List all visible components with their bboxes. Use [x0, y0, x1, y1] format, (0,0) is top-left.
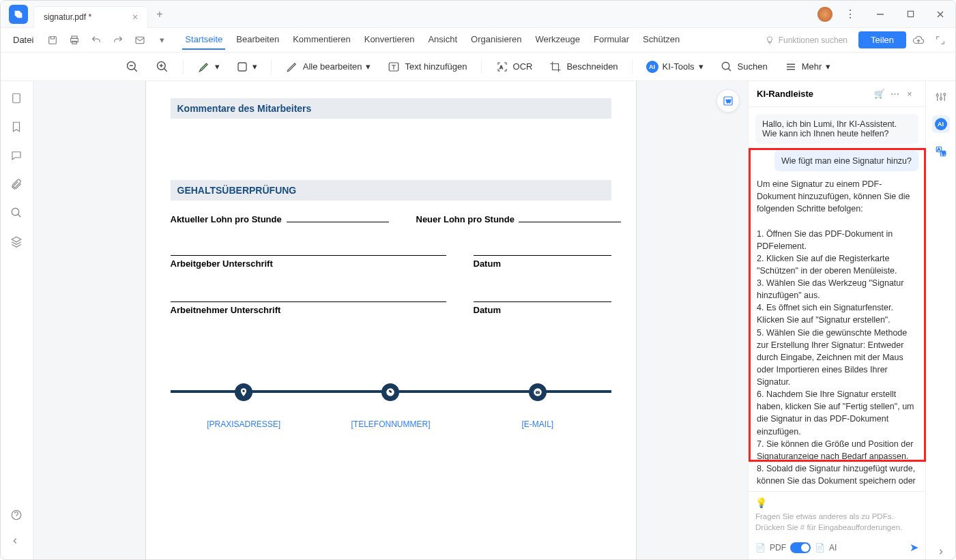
user-message: Wie fügt man eine Signatur hinzu?: [774, 151, 918, 171]
ai-input-placeholder[interactable]: Fragen Sie etwas anderes als zu PDFs. Dr…: [755, 511, 918, 535]
app-logo: [9, 5, 28, 24]
redo-icon[interactable]: [108, 31, 128, 50]
svg-line-10: [134, 68, 136, 71]
minimize-icon[interactable]: [868, 3, 893, 25]
pdf-page: Kommentare des Mitarbeiters GEHALTSÜBERP…: [145, 81, 637, 560]
collapse-right-icon[interactable]: [932, 543, 950, 560]
search-button[interactable]: Suchen: [714, 57, 773, 76]
svg-rect-4: [49, 36, 57, 44]
tab-protect[interactable]: Schützen: [640, 30, 682, 50]
svg-text:字: 字: [941, 151, 945, 156]
main-tabs: Startseite Bearbeiten Kommentieren Konve…: [182, 30, 682, 50]
svg-line-26: [18, 214, 20, 217]
tab-edit[interactable]: Bearbeiten: [233, 30, 282, 50]
footer-address: [PRAXISADRESSE]: [207, 419, 280, 429]
footer-phone: [TELEFONNUMMER]: [351, 419, 430, 429]
ai-doc-icon: 📄: [815, 543, 825, 552]
more-button[interactable]: Mehr ▾: [779, 57, 837, 76]
layers-icon[interactable]: [10, 235, 24, 249]
tab-comment[interactable]: Kommentieren: [290, 30, 353, 50]
ai-input-area: 💡 Fragen Sie etwas anderes als zu PDFs. …: [749, 491, 925, 560]
lightbulb-hint-icon[interactable]: 💡: [755, 497, 767, 508]
menu-file[interactable]: Datei: [6, 32, 40, 48]
crop-icon: [549, 60, 562, 74]
thumbnails-icon[interactable]: [10, 92, 24, 106]
svg-text:A: A: [937, 147, 940, 151]
email-icon[interactable]: [130, 31, 149, 50]
comments-icon[interactable]: [10, 149, 24, 163]
ai-rail-icon[interactable]: AI: [932, 115, 950, 133]
edit-all-button[interactable]: Alle bearbeiten ▾: [280, 57, 377, 76]
save-icon[interactable]: [43, 31, 62, 50]
close-window-icon[interactable]: [928, 3, 953, 25]
svg-rect-7: [72, 41, 77, 44]
highlighter-icon[interactable]: ▾: [192, 57, 225, 76]
help-icon[interactable]: [10, 509, 24, 522]
translate-icon[interactable]: A字: [932, 143, 950, 160]
send-icon[interactable]: ➤: [910, 541, 918, 554]
close-panel-icon[interactable]: ×: [902, 89, 917, 99]
user-avatar[interactable]: [817, 7, 832, 22]
tab-tools[interactable]: Werkzeuge: [533, 30, 583, 50]
menubar: Datei ▾ Startseite Bearbeiten Kommentier…: [1, 28, 955, 53]
settings-sliders-icon[interactable]: [932, 88, 950, 106]
svg-text:A: A: [499, 65, 503, 70]
svg-text:W: W: [726, 98, 732, 104]
cart-icon[interactable]: 🛒: [872, 89, 887, 99]
svg-rect-1: [908, 11, 913, 16]
zoom-out-icon[interactable]: [120, 57, 145, 76]
zoom-in-icon[interactable]: [150, 57, 175, 76]
mail-icon: [529, 383, 547, 401]
tab-convert[interactable]: Konvertieren: [362, 30, 418, 50]
more-icon: [784, 60, 798, 74]
svg-rect-16: [238, 63, 246, 71]
tab-organize[interactable]: Organisieren: [468, 30, 524, 50]
attachments-icon[interactable]: [10, 178, 24, 192]
svg-line-13: [164, 68, 166, 71]
toolbar: ▾ ▾ Alle bearbeiten ▾ Text hinzufügen AO…: [1, 53, 955, 81]
ai-panel-title: KI-Randleiste: [757, 89, 872, 99]
collapse-left-icon[interactable]: [10, 536, 24, 550]
pdf-ai-toggle[interactable]: [790, 542, 811, 553]
ai-badge-icon: AI: [646, 61, 658, 73]
chevron-down-icon[interactable]: ▾: [152, 31, 171, 50]
word-export-icon[interactable]: W: [716, 89, 740, 113]
menu-dots-icon[interactable]: ⋮: [838, 3, 863, 25]
search-placeholder: Funktionen suchen: [779, 35, 848, 45]
location-icon: [235, 383, 252, 401]
tab-home[interactable]: Startseite: [182, 30, 225, 50]
phone-icon: [381, 383, 399, 401]
shape-icon[interactable]: ▾: [231, 58, 263, 76]
tab-form[interactable]: Formular: [591, 30, 632, 50]
tab-close-icon[interactable]: ×: [132, 12, 138, 23]
left-sidebar: [1, 81, 33, 560]
share-button[interactable]: Teilen: [858, 31, 906, 48]
tab-add-icon[interactable]: +: [156, 8, 162, 20]
more-dots-icon[interactable]: ⋯: [887, 89, 902, 99]
document-workspace[interactable]: W Kommentare des Mitarbeiters GEHALTSÜBE…: [33, 81, 748, 560]
label-current-wage: Aktueller Lohn pro Stunde: [171, 214, 282, 224]
label-new-wage: Neuer Lohn pro Stunde: [416, 214, 515, 224]
cloud-upload-icon[interactable]: [909, 34, 928, 46]
text-icon: [387, 60, 401, 74]
ai-tools-button[interactable]: AIKI-Tools ▾: [641, 58, 709, 76]
document-tab[interactable]: signatur.pdf * ×: [33, 6, 148, 28]
search-panel-icon[interactable]: [10, 207, 24, 220]
ocr-button[interactable]: AOCR: [490, 57, 538, 76]
svg-rect-8: [136, 37, 144, 43]
add-text-button[interactable]: Text hinzufügen: [381, 57, 472, 76]
print-icon[interactable]: [65, 31, 84, 50]
tab-view[interactable]: Ansicht: [425, 30, 460, 50]
maximize-icon[interactable]: [898, 3, 923, 25]
ai-answer: Um eine Signatur zu einem PDF-Dokument h…: [755, 178, 918, 487]
undo-icon[interactable]: [87, 31, 106, 50]
expand-icon[interactable]: [931, 35, 950, 46]
ai-label: AI: [829, 543, 837, 552]
bookmark-icon[interactable]: [10, 121, 24, 134]
ocr-icon: A: [495, 60, 509, 74]
function-search[interactable]: Funktionen suchen: [765, 35, 848, 45]
svg-point-38: [943, 93, 945, 95]
crop-button[interactable]: Beschneiden: [543, 57, 623, 76]
label-date-2: Datum: [474, 301, 611, 315]
label-date-1: Datum: [474, 255, 611, 269]
